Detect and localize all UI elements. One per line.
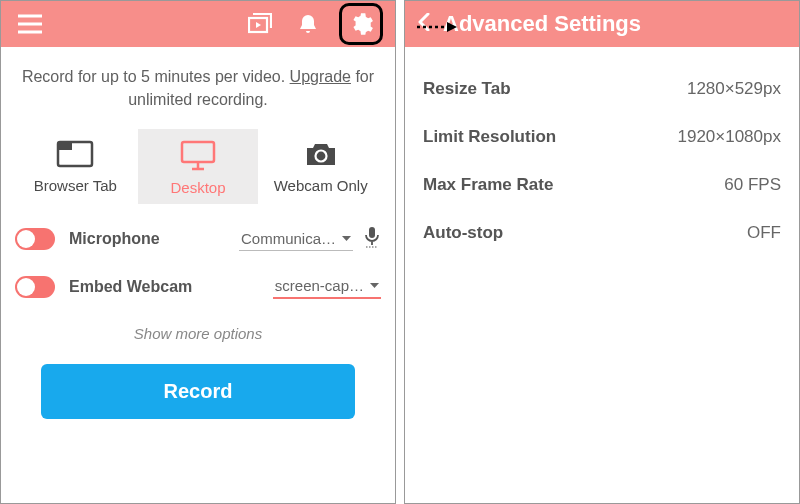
mode-browser-label: Browser Tab	[19, 177, 132, 194]
chevron-down-icon	[370, 283, 379, 288]
mode-selector: Browser Tab Desktop Webcam Only	[15, 129, 381, 204]
main-panel: Record for up to 5 minutes per video. Up…	[0, 0, 396, 504]
mode-desktop[interactable]: Desktop	[138, 129, 259, 204]
resize-tab-row[interactable]: Resize Tab 1280×529px	[419, 65, 785, 113]
chevron-down-icon	[342, 236, 351, 241]
tab-icon	[55, 139, 95, 169]
embed-webcam-value: screen-cap…	[275, 277, 364, 294]
record-button[interactable]: Record	[41, 364, 356, 419]
advanced-panel: Advanced Settings Resize Tab 1280×529px …	[404, 0, 800, 504]
microphone-value: Communica…	[241, 230, 336, 247]
embed-webcam-label: Embed Webcam	[69, 278, 192, 296]
max-frame-rate-label: Max Frame Rate	[423, 175, 553, 195]
videos-icon[interactable]	[243, 7, 277, 41]
advanced-title: Advanced Settings	[443, 11, 641, 37]
svg-rect-5	[369, 227, 375, 238]
svg-rect-3	[182, 142, 214, 162]
microphone-dropdown[interactable]: Communica…	[239, 227, 353, 251]
limit-resolution-label: Limit Resolution	[423, 127, 556, 147]
upgrade-link[interactable]: Upgrade	[290, 68, 351, 85]
settings-highlight	[339, 3, 383, 45]
limit-resolution-value: 1920×1080px	[677, 127, 781, 147]
max-frame-rate-value: 60 FPS	[724, 175, 781, 195]
camera-icon	[303, 139, 339, 169]
limit-resolution-row[interactable]: Limit Resolution 1920×1080px	[419, 113, 785, 161]
main-header	[1, 1, 395, 47]
resize-tab-label: Resize Tab	[423, 79, 511, 99]
menu-icon[interactable]	[13, 7, 47, 41]
mode-webcam-label: Webcam Only	[264, 177, 377, 194]
resize-tab-value: 1280×529px	[687, 79, 781, 99]
auto-stop-value: OFF	[747, 223, 781, 243]
embed-webcam-toggle[interactable]	[15, 276, 55, 298]
max-frame-rate-row[interactable]: Max Frame Rate 60 FPS	[419, 161, 785, 209]
embed-webcam-dropdown[interactable]: screen-cap…	[273, 274, 381, 299]
gear-icon[interactable]	[344, 7, 378, 41]
mode-webcam-only[interactable]: Webcam Only	[260, 129, 381, 204]
desktop-icon	[178, 139, 218, 171]
auto-stop-label: Auto-stop	[423, 223, 503, 243]
svg-rect-2	[58, 142, 72, 150]
promo-text: Record for up to 5 minutes per video. Up…	[15, 65, 381, 111]
mode-desktop-label: Desktop	[142, 179, 255, 196]
back-chevron-icon[interactable]	[417, 13, 431, 36]
mode-browser-tab[interactable]: Browser Tab	[15, 129, 136, 204]
bell-icon[interactable]	[291, 7, 325, 41]
advanced-header: Advanced Settings	[405, 1, 799, 47]
show-more-options[interactable]: Show more options	[15, 325, 381, 342]
microphone-toggle[interactable]	[15, 228, 55, 250]
mic-level-icon	[363, 226, 381, 252]
microphone-label: Microphone	[69, 230, 160, 248]
auto-stop-row[interactable]: Auto-stop OFF	[419, 209, 785, 257]
promo-prefix: Record for up to 5 minutes per video.	[22, 68, 290, 85]
